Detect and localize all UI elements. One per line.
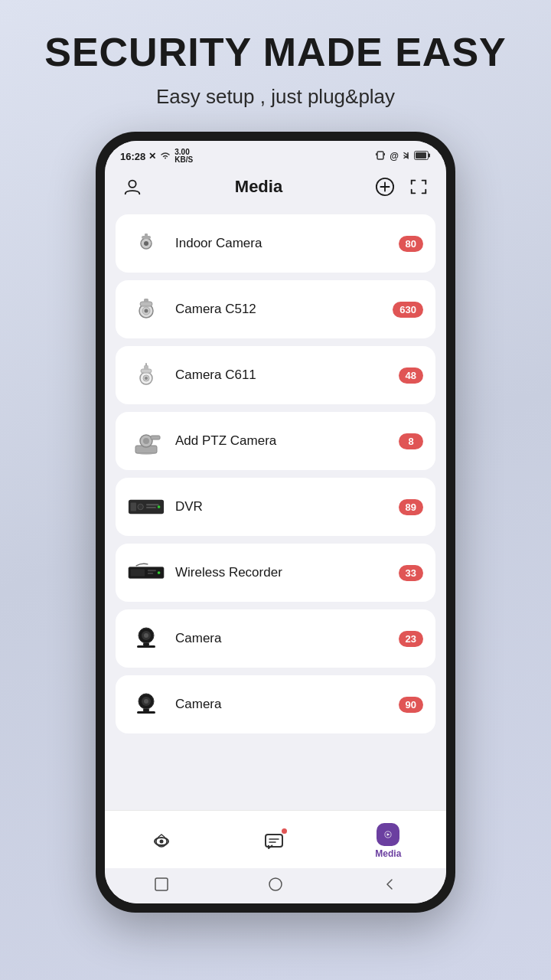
bluetooth-icon [403, 150, 410, 163]
media-icon [377, 823, 399, 846]
device-icon-c512 [128, 291, 165, 328]
list-item[interactable]: Camera C512 630 [116, 280, 435, 338]
svg-point-39 [158, 571, 161, 574]
back-button[interactable] [381, 876, 398, 893]
svg-rect-29 [131, 503, 136, 511]
profile-icon[interactable] [120, 175, 145, 199]
phone-mockup: 16:28 ✕ 3.00KB/S [96, 132, 455, 913]
device-icon-indoor [128, 225, 165, 262]
media-nav-label: Media [375, 848, 401, 859]
svg-rect-43 [143, 643, 149, 645]
svg-rect-37 [148, 570, 156, 571]
device-icon-dvr [128, 488, 165, 525]
svg-rect-32 [146, 507, 156, 508]
svg-rect-36 [131, 570, 145, 577]
svg-point-6 [129, 181, 135, 188]
svg-point-30 [138, 504, 143, 509]
list-item[interactable]: Add PTZ Camera 8 [116, 412, 435, 470]
device-badge: 90 [399, 697, 423, 713]
svg-point-42 [144, 633, 148, 638]
device-icon-nvr [128, 554, 165, 591]
bottom-nav: Media [105, 810, 446, 868]
page-header: SECURITY MADE EASY Easy setup , just plu… [0, 0, 551, 116]
svg-rect-2 [384, 153, 386, 155]
device-name: Camera C512 [175, 302, 382, 317]
list-item[interactable]: Wireless Recorder 33 [116, 544, 435, 602]
device-badge: 23 [399, 631, 423, 647]
phone-screen: 16:28 ✕ 3.00KB/S [105, 141, 446, 903]
svg-rect-48 [143, 709, 149, 711]
status-left: 16:28 ✕ 3.00KB/S [120, 149, 193, 164]
svg-point-26 [143, 438, 149, 444]
svg-point-9 [144, 241, 148, 246]
network-speed: 3.00KB/S [174, 149, 193, 164]
svg-point-47 [144, 699, 148, 704]
device-icon-webcam1 [128, 620, 165, 657]
svg-rect-52 [266, 835, 282, 847]
device-badge: 8 [399, 433, 423, 449]
device-badge: 48 [399, 368, 423, 384]
header-title: Media [235, 177, 282, 197]
svg-rect-27 [151, 436, 160, 439]
device-name: Wireless Recorder [175, 565, 388, 580]
svg-rect-16 [144, 299, 148, 302]
wifi-icon [159, 151, 171, 162]
svg-rect-0 [377, 152, 383, 159]
header-actions [373, 175, 431, 199]
app-header: Media [105, 167, 446, 210]
device-icon-webcam2 [128, 686, 165, 723]
list-item[interactable]: DVR 89 [116, 478, 435, 536]
svg-rect-4 [416, 152, 426, 158]
home-icon [150, 830, 173, 853]
svg-point-14 [145, 309, 148, 313]
list-item[interactable]: Camera 90 [116, 675, 435, 733]
nav-item-home[interactable] [135, 827, 188, 856]
svg-rect-38 [148, 573, 153, 574]
svg-rect-22 [145, 363, 147, 366]
device-icon-ptz [128, 423, 165, 459]
svg-rect-54 [155, 878, 168, 890]
status-bar: 16:28 ✕ 3.00KB/S [105, 141, 446, 167]
device-name: Camera [175, 697, 388, 712]
recent-apps-button[interactable] [153, 876, 170, 893]
svg-rect-5 [429, 153, 431, 157]
device-badge: 80 [399, 236, 423, 252]
device-name: DVR [175, 499, 388, 514]
message-icon [262, 830, 285, 853]
android-nav [105, 868, 446, 903]
svg-rect-1 [376, 153, 377, 155]
device-list: Indoor Camera 80 Camera C512 630 [105, 210, 446, 810]
status-right: @ [375, 150, 431, 163]
device-name: Camera [175, 631, 388, 646]
nav-item-message[interactable] [247, 827, 301, 856]
device-name: Add PTZ Camera [175, 433, 388, 449]
list-item[interactable]: Indoor Camera 80 [116, 214, 435, 273]
at-icon: @ [390, 151, 399, 162]
svg-point-33 [158, 505, 161, 508]
svg-rect-44 [137, 645, 155, 648]
list-item[interactable]: Camera C611 48 [116, 346, 435, 404]
close-icon: ✕ [148, 151, 156, 162]
device-icon-c611 [128, 357, 165, 394]
page-title: SECURITY MADE EASY [31, 31, 520, 74]
notification-dot [282, 828, 287, 834]
svg-rect-11 [145, 234, 148, 237]
svg-point-51 [159, 839, 163, 843]
vibrate-icon [375, 150, 386, 163]
svg-rect-31 [146, 504, 159, 505]
home-button[interactable] [267, 876, 284, 893]
list-item[interactable]: Camera 23 [116, 609, 435, 668]
device-badge: 89 [399, 499, 423, 515]
svg-point-19 [145, 377, 148, 380]
time-display: 16:28 [120, 151, 145, 162]
device-badge: 630 [393, 302, 423, 318]
page-subtitle: Easy setup , just plug&play [31, 85, 520, 109]
device-name: Indoor Camera [175, 236, 388, 251]
svg-rect-49 [137, 711, 155, 714]
add-button[interactable] [373, 175, 397, 199]
device-badge: 33 [399, 565, 423, 581]
scan-button[interactable] [406, 175, 431, 199]
device-name: Camera C611 [175, 368, 388, 383]
svg-point-55 [269, 878, 282, 890]
nav-item-media[interactable]: Media [360, 820, 416, 862]
